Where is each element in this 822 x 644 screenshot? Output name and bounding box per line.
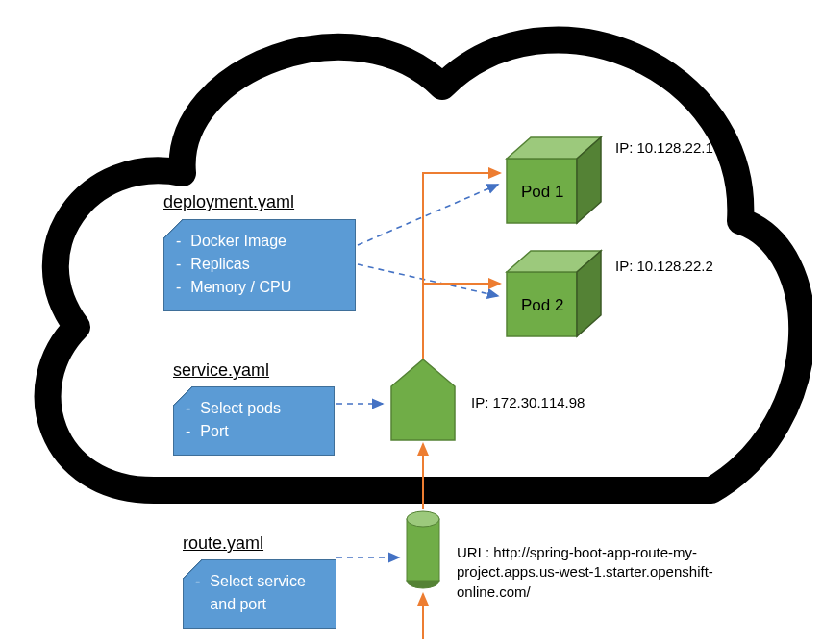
route-yaml-label: route.yaml	[183, 533, 263, 554]
diagram-stage: deployment.yaml -Docker Image -Replicas …	[0, 0, 822, 644]
pod2-cube-icon	[502, 248, 608, 339]
service-item: -Port	[186, 420, 322, 443]
service-item: -Select pods	[186, 397, 322, 420]
route-item: -Select service and port	[195, 570, 324, 616]
svg-point-3	[407, 511, 439, 527]
pod1-ip-label: IP: 10.128.22.1	[615, 139, 713, 156]
route-yaml-box: -Select service and port	[183, 559, 336, 629]
pod2-ip-label: IP: 10.128.22.2	[615, 258, 713, 274]
route-url-label: URL: http://spring-boot-app-route-my-pro…	[457, 543, 764, 602]
svg-marker-4	[507, 159, 577, 223]
svg-rect-2	[407, 519, 439, 581]
service-item-text: Select pods	[200, 397, 281, 420]
deployment-item: -Replicas	[176, 253, 343, 276]
deployment-item: -Memory / CPU	[176, 276, 343, 299]
service-shape-icon	[389, 358, 457, 442]
deployment-item: -Docker Image	[176, 230, 343, 253]
deployment-item-text: Replicas	[190, 253, 249, 276]
service-ip-label: IP: 172.30.114.98	[471, 394, 585, 410]
route-cylinder-icon	[405, 509, 441, 590]
deployment-yaml-box: -Docker Image -Replicas -Memory / CPU	[163, 219, 356, 311]
svg-marker-7	[507, 272, 577, 336]
svg-marker-0	[391, 359, 455, 440]
route-item-text: Select service and port	[210, 570, 324, 616]
pod1-cube-icon	[502, 135, 608, 226]
service-item-text: Port	[200, 420, 228, 443]
deployment-yaml-label: deployment.yaml	[163, 192, 294, 212]
deployment-item-text: Docker Image	[190, 230, 286, 253]
service-yaml-label: service.yaml	[173, 360, 269, 381]
deployment-item-text: Memory / CPU	[190, 276, 291, 299]
service-yaml-box: -Select pods -Port	[173, 386, 335, 456]
